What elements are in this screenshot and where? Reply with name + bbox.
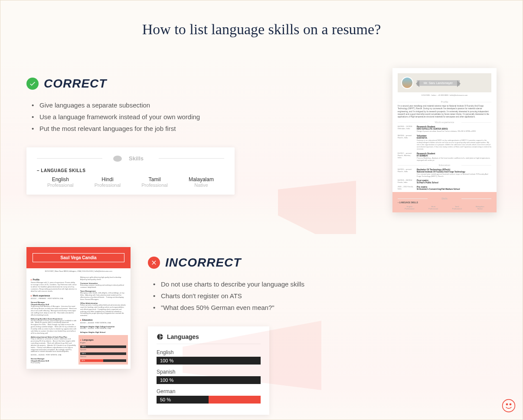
edu-header: Education [398,164,491,166]
correct-heading: CORRECT [26,77,375,91]
edu-entry: 04/2013 – 03/2014 Kerala, IndiaPost matr… [398,179,491,184]
brand-logo-icon [502,399,516,413]
tip-item: Give languages a separate subsection [39,99,375,111]
lang-item: EnglishProfessional [47,176,74,188]
correct-section: CORRECT Give languages a separate subsec… [0,55,523,225]
language-grid: EnglishProfessional HindiProfessional Ta… [37,176,224,188]
tip-item: Do not use charts to describe your langu… [161,278,497,290]
work-entry: 04/2016 – 11/2016 Dehradun, IndiaResearc… [398,125,491,132]
lang-item: HindiProfessional [95,176,121,188]
profile-header: Profile [398,101,491,103]
lang-item: MalayalamNative [189,176,214,188]
cross-icon [148,257,160,269]
work-entry: 01/2017 – present Ranchi, Mumbai, IndiaR… [398,152,491,161]
tip-item: Use a language framework instead of your… [39,111,375,123]
tip-item: Charts don't register on ATS [161,290,497,302]
correct-tips-list: Give languages a separate subsection Use… [26,99,375,134]
resume-header: Saul Vega Candia [26,247,131,268]
svg-point-4 [510,403,512,405]
lang-card-header: Languages [157,333,261,344]
edu-entry: 2001 – 2012 Kerala, IndiaPre matricSt Do… [398,186,491,190]
lang-item: TamilProfessional [141,176,168,188]
work-header: Work experience [398,121,491,124]
tip-item: Put the most relevant languages for the … [39,123,375,134]
svg-point-2 [503,400,515,412]
profile-text: I'm a second year metallurgy and materia… [398,105,491,118]
resume-header: Mr. Saru Landsmayer [398,73,491,92]
incorrect-section: Saul Vega Candia 10/12/1987 | Main Road … [0,234,523,420]
work-entry: 08/2016 – present Ranchi, IndiaVolunteer… [398,134,491,150]
edu-entry: 04/2015 – present Ranchi, IndiaBachelor … [398,168,491,177]
lang-highlight: Languages English 100 % Spanish 100 % Ge… [78,335,128,365]
lang-chart-item: German 50 % [157,388,261,404]
correct-resume-preview: Mr. Saru Landsmayer 12/12/1995 · Indian … [392,68,497,212]
check-icon [26,78,39,90]
skills-highlight: Skills – LANGUAGE SKILLS EnglishProfessi… [392,192,497,212]
resume-contact: 12/12/1995 · Indian · +91 000 0000 · hel… [398,92,491,98]
resume-name: Mr. Saru Landsmayer [417,80,460,86]
avatar [401,77,413,89]
incorrect-heading: INCORRECT [148,256,497,270]
lang-chart-item: English 100 % [157,349,261,365]
incorrect-resume-preview: Saul Vega Candia 10/12/1987 | Main Road … [26,247,131,369]
language-skills-label: – LANGUAGE SKILLS [37,168,224,173]
pie-chart-icon [157,333,163,340]
gear-icon [113,156,122,162]
languages-chart-card: Languages English 100 % Spanish 100 % Ge… [148,326,269,415]
skills-card-header: Skills [37,154,224,162]
incorrect-tips-list: Do not use charts to describe your langu… [148,278,497,313]
skills-card: Skills – LANGUAGE SKILLS EnglishProfessi… [26,147,235,195]
page-title: How to list language skills on a resume? [0,0,523,55]
lang-chart-item: Spanish 100 % [157,369,261,384]
resume-lang-row: EnglishProfessional HindiProfessional Ta… [398,205,491,210]
svg-point-3 [506,403,508,405]
tip-item: "What does 50% German even mean?" [161,302,497,313]
